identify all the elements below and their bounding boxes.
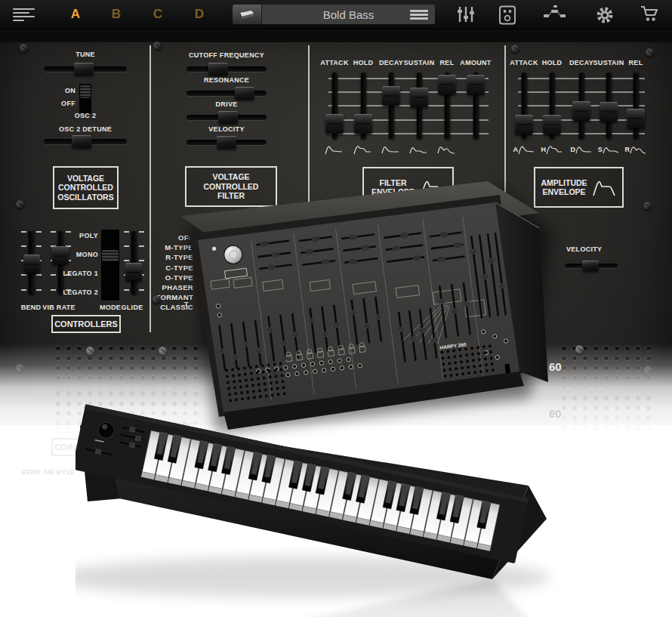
toolbar: A B C D Bold Bass <box>0 0 672 29</box>
fenv-hold-slider[interactable] <box>361 72 366 139</box>
drive-label: DRIVE <box>181 100 272 108</box>
layer-tab-c[interactable]: C <box>149 7 167 22</box>
vib-reflection: VIB RATE <box>36 468 82 476</box>
adsr-curve-icon <box>591 177 617 198</box>
preset-selector: Bold Bass <box>233 5 435 24</box>
aenv-sustain-slider[interactable] <box>606 72 612 139</box>
osc2-on-off-switch[interactable] <box>79 84 91 114</box>
screw <box>646 48 654 57</box>
aenv-rel-slider[interactable] <box>633 72 639 139</box>
preset-list-icon[interactable] <box>410 10 428 19</box>
osc2-off-label: OFF <box>53 100 76 107</box>
screw <box>643 202 652 210</box>
keyboard-unit <box>76 404 547 579</box>
release-curve-icon <box>437 143 457 156</box>
screw <box>153 42 162 50</box>
fenv-amount-slider[interactable] <box>473 72 479 139</box>
aenv-attack-slider[interactable] <box>522 72 527 139</box>
aenv-decay-slider[interactable] <box>579 72 584 139</box>
osc2-label: OSC 2 <box>48 112 123 119</box>
screw <box>20 44 28 52</box>
sustain-curve-icon <box>409 143 429 156</box>
layer-tab-b[interactable]: B <box>107 7 125 22</box>
cart-icon[interactable] <box>640 5 660 23</box>
synth-icon[interactable] <box>233 5 262 24</box>
bend-slider[interactable] <box>29 231 34 295</box>
vib-rate-slider[interactable] <box>58 231 63 295</box>
osc2-detune-label: OSC 2 DETUNE <box>48 125 123 133</box>
resonance-slider[interactable] <box>186 91 267 96</box>
fenv-attack-slider[interactable] <box>332 72 338 139</box>
layer-tab-d[interactable]: D <box>190 7 208 22</box>
osc2-detune-slider[interactable] <box>44 139 127 144</box>
fenv-sustain-slider[interactable] <box>417 72 422 139</box>
a-curve-icon <box>518 143 536 156</box>
aenv-hold-slider[interactable] <box>550 72 555 139</box>
h-curve-icon <box>546 143 564 156</box>
fenv-rel-slider[interactable] <box>445 72 450 139</box>
preset-name-field[interactable]: Bold Bass <box>262 5 435 24</box>
filter-velocity-label: VELOCITY <box>181 125 272 133</box>
d-curve-icon <box>575 143 593 156</box>
decay-curve-icon <box>381 143 401 156</box>
aenv-rel-label: REL <box>617 59 655 66</box>
layer-tab-a[interactable]: A <box>66 7 85 22</box>
synth-product-render: HARPY 260 <box>76 181 574 617</box>
attack-curve-icon <box>325 143 344 156</box>
tune-slider[interactable] <box>44 66 127 72</box>
hold-curve-icon <box>353 143 373 156</box>
screw <box>511 45 519 53</box>
synth-app-window: A B C D Bold Bass <box>0 0 672 617</box>
osc2-on-label: ON <box>53 87 76 94</box>
mixer-icon[interactable] <box>456 5 476 23</box>
filter-velocity-slider[interactable] <box>186 140 267 145</box>
fenv-amount-label: AMOUNT <box>457 59 495 66</box>
vib-rate-label: VIB RATE <box>36 304 82 311</box>
tune-label: TUNE <box>48 51 123 58</box>
drive-slider[interactable] <box>186 115 267 120</box>
cutoff-label: CUTOFF FREQUENCY <box>181 51 272 59</box>
stompbox-icon[interactable] <box>498 5 518 23</box>
gear-icon[interactable] <box>595 5 615 23</box>
panel-top-edge <box>0 29 672 42</box>
resonance-label: RESONANCE <box>181 76 272 84</box>
r-curve-icon <box>630 143 648 156</box>
signal-chain-icon[interactable] <box>544 5 563 23</box>
hamburger-menu-icon[interactable] <box>13 8 35 20</box>
fenv-decay-slider[interactable] <box>389 72 394 139</box>
screw <box>16 200 24 208</box>
s-curve-icon <box>603 143 621 156</box>
cutoff-slider[interactable] <box>186 66 267 72</box>
preset-name: Bold Bass <box>323 8 375 21</box>
